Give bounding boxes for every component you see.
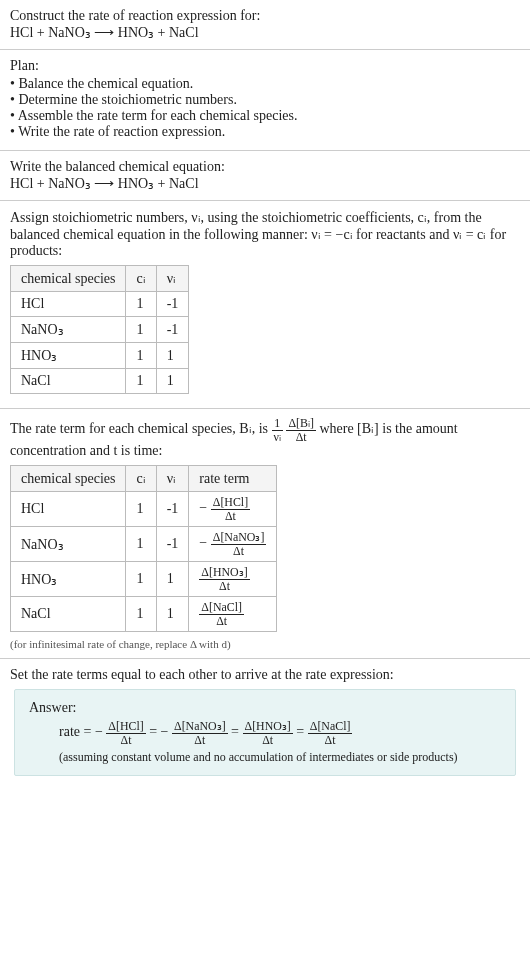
table-row: NaCl 1 1 Δ[NaCl] Δt bbox=[11, 597, 277, 632]
cell-ci: 1 bbox=[126, 562, 156, 597]
frac-den: Δt bbox=[211, 545, 267, 558]
cell-ci: 1 bbox=[126, 597, 156, 632]
frac-den: Δt bbox=[199, 580, 249, 593]
rate-frac: Δ[HCl] Δt bbox=[211, 496, 250, 522]
cell-ci: 1 bbox=[126, 527, 156, 562]
rateterm-outer-frac: 1 νᵢ bbox=[272, 417, 283, 443]
plan-item: Determine the stoichiometric numbers. bbox=[10, 92, 520, 108]
frac-num: Δ[NaNO₃] bbox=[172, 720, 228, 734]
term-sign: − bbox=[95, 724, 103, 739]
rateterm-section: The rate term for each chemical species,… bbox=[0, 409, 530, 659]
rate-frac: Δ[NaNO₃] Δt bbox=[211, 531, 267, 557]
eq-sign: = bbox=[296, 724, 307, 739]
term-frac: Δ[HNO₃] Δt bbox=[243, 720, 293, 746]
plan-section: Plan: Balance the chemical equation. Det… bbox=[0, 50, 530, 151]
rateterm-inner-frac: Δ[Bᵢ] Δt bbox=[286, 417, 316, 443]
frac-num: Δ[Bᵢ] bbox=[286, 417, 316, 431]
frac-den: Δt bbox=[199, 615, 244, 628]
col-vi: νᵢ bbox=[156, 466, 189, 492]
table-row: HNO₃ 1 1 bbox=[11, 343, 189, 369]
table-row: HCl 1 -1 bbox=[11, 292, 189, 317]
plan-title: Plan: bbox=[10, 58, 520, 74]
cell-vi: -1 bbox=[156, 292, 189, 317]
frac-den: Δt bbox=[243, 734, 293, 747]
cell-vi: 1 bbox=[156, 369, 189, 394]
rateterm-intro: The rate term for each chemical species,… bbox=[10, 417, 520, 459]
table-header-row: chemical species cᵢ νᵢ bbox=[11, 266, 189, 292]
frac-num: Δ[NaCl] bbox=[308, 720, 353, 734]
frac-den: νᵢ bbox=[272, 431, 283, 444]
rate-prefix: rate = bbox=[59, 724, 95, 739]
prompt-text: Construct the rate of reaction expressio… bbox=[10, 8, 520, 24]
cell-rate: Δ[NaCl] Δt bbox=[189, 597, 277, 632]
frac-den: Δt bbox=[211, 510, 250, 523]
plan-list: Balance the chemical equation. Determine… bbox=[10, 76, 520, 140]
term-frac: Δ[HCl] Δt bbox=[106, 720, 145, 746]
table-row: HCl 1 -1 − Δ[HCl] Δt bbox=[11, 492, 277, 527]
col-vi: νᵢ bbox=[156, 266, 189, 292]
header-section: Construct the rate of reaction expressio… bbox=[0, 0, 530, 50]
final-title: Set the rate terms equal to each other t… bbox=[10, 667, 520, 683]
cell-vi: -1 bbox=[156, 317, 189, 343]
final-section: Set the rate terms equal to each other t… bbox=[0, 659, 530, 790]
cell-species: NaNO₃ bbox=[11, 317, 126, 343]
frac-num: 1 bbox=[272, 417, 283, 431]
rateterm-intro-a: The rate term for each chemical species,… bbox=[10, 421, 272, 436]
stoich-intro: Assign stoichiometric numbers, νᵢ, using… bbox=[10, 209, 520, 259]
term-frac: Δ[NaCl] Δt bbox=[308, 720, 353, 746]
plan-item: Balance the chemical equation. bbox=[10, 76, 520, 92]
col-ci: cᵢ bbox=[126, 466, 156, 492]
frac-num: Δ[HNO₃] bbox=[199, 566, 249, 580]
answer-label: Answer: bbox=[29, 700, 501, 716]
cell-rate: − Δ[HCl] Δt bbox=[189, 492, 277, 527]
cell-rate: − Δ[NaNO₃] Δt bbox=[189, 527, 277, 562]
col-ci: cᵢ bbox=[126, 266, 156, 292]
frac-den: Δt bbox=[286, 431, 316, 444]
frac-num: Δ[HNO₃] bbox=[243, 720, 293, 734]
cell-ci: 1 bbox=[126, 492, 156, 527]
cell-vi: 1 bbox=[156, 597, 189, 632]
assumption-note: (assuming constant volume and no accumul… bbox=[59, 750, 501, 765]
frac-num: Δ[NaNO₃] bbox=[211, 531, 267, 545]
frac-den: Δt bbox=[106, 734, 145, 747]
rate-sign: − bbox=[199, 535, 207, 550]
balanced-equation: HCl + NaNO₃ ⟶ HNO₃ + NaCl bbox=[10, 175, 520, 192]
stoich-table: chemical species cᵢ νᵢ HCl 1 -1 NaNO₃ 1 … bbox=[10, 265, 189, 394]
cell-species: HCl bbox=[11, 292, 126, 317]
cell-species: NaCl bbox=[11, 369, 126, 394]
stoich-section: Assign stoichiometric numbers, νᵢ, using… bbox=[0, 201, 530, 409]
cell-ci: 1 bbox=[126, 369, 156, 394]
eq-sign: = bbox=[149, 724, 160, 739]
cell-rate: Δ[HNO₃] Δt bbox=[189, 562, 277, 597]
answer-box: Answer: rate = − Δ[HCl] Δt = − Δ[NaNO₃] … bbox=[14, 689, 516, 776]
table-row: NaNO₃ 1 -1 bbox=[11, 317, 189, 343]
cell-species: HNO₃ bbox=[11, 343, 126, 369]
cell-species: HNO₃ bbox=[11, 562, 126, 597]
plan-item: Assemble the rate term for each chemical… bbox=[10, 108, 520, 124]
term-sign: − bbox=[161, 724, 169, 739]
col-species: chemical species bbox=[11, 266, 126, 292]
term-frac: Δ[NaNO₃] Δt bbox=[172, 720, 228, 746]
unbalanced-equation: HCl + NaNO₃ ⟶ HNO₃ + NaCl bbox=[10, 24, 520, 41]
frac-den: Δt bbox=[308, 734, 353, 747]
cell-ci: 1 bbox=[126, 343, 156, 369]
frac-num: Δ[NaCl] bbox=[199, 601, 244, 615]
balanced-section: Write the balanced chemical equation: HC… bbox=[0, 151, 530, 201]
table-row: HNO₃ 1 1 Δ[HNO₃] Δt bbox=[11, 562, 277, 597]
rate-sign: − bbox=[199, 500, 207, 515]
cell-species: HCl bbox=[11, 492, 126, 527]
plan-item: Write the rate of reaction expression. bbox=[10, 124, 520, 140]
cell-vi: -1 bbox=[156, 492, 189, 527]
frac-den: Δt bbox=[172, 734, 228, 747]
col-rate: rate term bbox=[189, 466, 277, 492]
eq-sign: = bbox=[231, 724, 242, 739]
table-row: NaCl 1 1 bbox=[11, 369, 189, 394]
rate-frac: Δ[HNO₃] Δt bbox=[199, 566, 249, 592]
table-header-row: chemical species cᵢ νᵢ rate term bbox=[11, 466, 277, 492]
rate-expression: rate = − Δ[HCl] Δt = − Δ[NaNO₃] Δt = Δ[H… bbox=[59, 720, 501, 746]
cell-vi: 1 bbox=[156, 562, 189, 597]
col-species: chemical species bbox=[11, 466, 126, 492]
frac-num: Δ[HCl] bbox=[211, 496, 250, 510]
rateterm-note: (for infinitesimal rate of change, repla… bbox=[10, 638, 520, 650]
balanced-title: Write the balanced chemical equation: bbox=[10, 159, 520, 175]
